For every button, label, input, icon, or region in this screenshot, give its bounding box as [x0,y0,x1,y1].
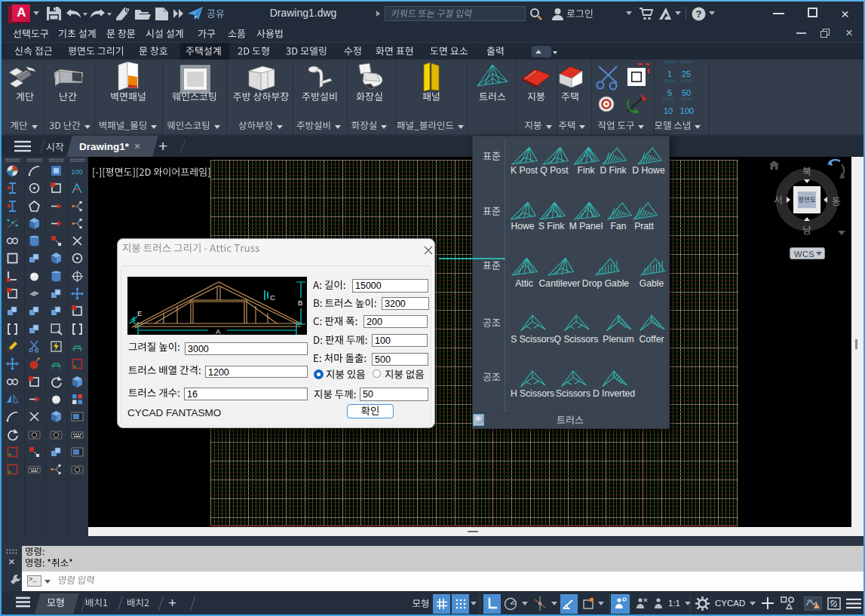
svg-text:B: B [298,299,302,307]
svg-text:E: E [137,309,142,317]
svg-text:?: ? [696,8,702,20]
svg-text:A: A [216,327,221,335]
svg-text:100: 100 [71,168,82,176]
svg-text:C: C [270,293,275,302]
